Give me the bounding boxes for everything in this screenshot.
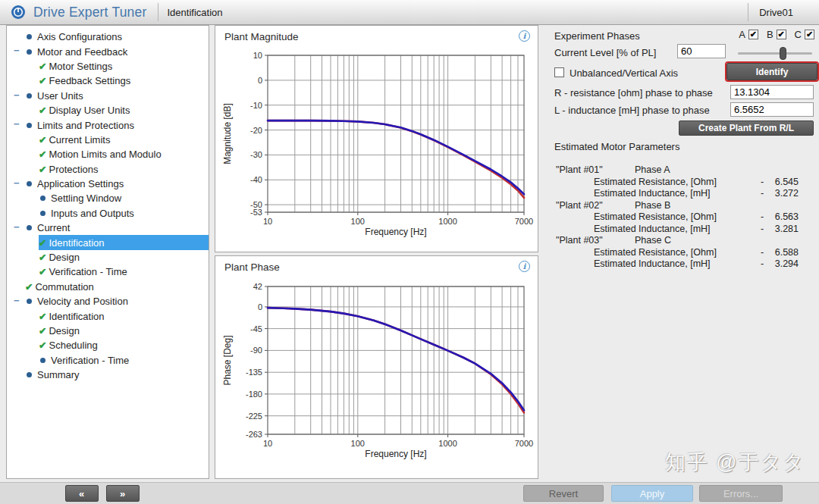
sidebar-item-motor-and-feedback[interactable]: −Motor and Feedback (7, 44, 209, 58)
svg-text:-180: -180 (246, 390, 262, 399)
current-level-label: Current Level [% of PL] (554, 47, 656, 58)
resistance-input[interactable] (730, 85, 814, 99)
sidebar-item-label: User Units (37, 90, 83, 102)
collapse-icon[interactable]: − (14, 177, 20, 189)
sidebar-item-identification[interactable]: ✔Identification (7, 235, 209, 249)
unbalanced-label: Unbalanced/Vertical Axis (570, 67, 678, 79)
sidebar-item-label: Application Settings (37, 178, 124, 189)
sidebar-item-limits-and-protections[interactable]: −Limits and Protections (7, 117, 209, 132)
sidebar-item-scheduling[interactable]: ✔Scheduling (7, 338, 209, 352)
bullet-icon (27, 225, 32, 230)
sidebar-item-label: Identification (49, 237, 104, 249)
check-icon: ✔ (39, 311, 46, 322)
bullet-icon (27, 49, 32, 55)
inductance-input[interactable] (730, 102, 814, 117)
phase-b-checkbox[interactable]: ✔ (777, 30, 786, 39)
phase-chart: 420-45-90-135-180-225-2631010010007000Fr… (215, 276, 538, 478)
sidebar-item-protections[interactable]: ✔Protections (7, 162, 209, 177)
sidebar-item-feedback-settings[interactable]: ✔Feedback Settings (7, 74, 209, 88)
sidebar-item-settling-window[interactable]: Settling Window (7, 191, 209, 205)
sidebar-item-design[interactable]: ✔Design (7, 324, 209, 338)
svg-text:42: 42 (253, 282, 262, 291)
param-dash: - (756, 188, 768, 200)
phase-c-checkbox[interactable]: ✔ (805, 30, 814, 39)
collapse-icon[interactable]: − (14, 118, 20, 130)
sidebar-item-label: Feedback Settings (49, 75, 130, 86)
revert-button[interactable]: Revert (523, 485, 604, 502)
param-value: 3.272 (768, 188, 799, 200)
bullet-icon (40, 358, 46, 363)
bullet-icon (27, 372, 32, 377)
svg-text:-225: -225 (246, 412, 262, 421)
bullet-icon (27, 123, 32, 128)
sidebar-item-motor-settings[interactable]: ✔Motor Settings (7, 59, 209, 74)
titlebar-separator (748, 3, 748, 21)
svg-text:-90: -90 (250, 346, 262, 355)
check-icon: ✔ (39, 164, 46, 175)
slider-track[interactable] (738, 52, 812, 55)
sidebar-item-commutation[interactable]: ✔Commutation (7, 280, 209, 294)
tab-identification[interactable]: Identification (168, 7, 223, 18)
collapse-icon[interactable]: − (14, 45, 20, 56)
unbalanced-checkbox[interactable] (554, 67, 564, 77)
watermark: 知乎 @于タタ (665, 449, 805, 476)
plant-name: "Plant #03" (556, 235, 635, 247)
collapse-icon[interactable]: − (14, 221, 20, 233)
collapse-icon[interactable]: − (14, 89, 20, 101)
identify-button[interactable]: Identify (726, 63, 817, 80)
current-level-input[interactable] (677, 44, 726, 58)
errors-button[interactable]: Errors... (699, 485, 783, 502)
param-dash: - (756, 258, 768, 271)
apply-button[interactable]: Apply (611, 485, 693, 502)
sidebar-item-design[interactable]: ✔Design (7, 250, 209, 265)
inductance-label: L - inductance [mH] phase to phase (554, 105, 710, 116)
sidebar-item-current[interactable]: −Current (7, 221, 209, 235)
sidebar-item-current-limits[interactable]: ✔Current Limits (7, 133, 209, 147)
sidebar-item-inputs-and-outputs[interactable]: Inputs and Outputs (7, 206, 209, 221)
phase-label: C (795, 29, 802, 40)
sidebar-item-axis-configurations[interactable]: Axis Configurations (7, 30, 209, 44)
sidebar-item-label: Current Limits (49, 134, 110, 146)
sidebar-item-user-units[interactable]: −User Units (7, 89, 209, 103)
param-row: Estimated Resistance, [Ohm]-6.545 (594, 177, 819, 189)
experiment-panel: Experiment Phases A✔B✔C✔ Current Level [… (544, 25, 819, 479)
sidebar-item-motion-limits-and-modulo[interactable]: ✔Motion Limits and Modulo (7, 147, 209, 161)
info-icon[interactable]: i (519, 30, 530, 42)
phase-a-checkbox[interactable]: ✔ (748, 30, 758, 39)
svg-text:-45: -45 (250, 324, 262, 333)
sidebar-item-label: Current (37, 222, 70, 233)
sidebar-item-summary[interactable]: Summary (7, 368, 209, 382)
create-plant-button[interactable]: Create Plant From R/L (679, 121, 814, 136)
param-dash: - (756, 211, 768, 224)
collapse-icon[interactable]: − (14, 295, 20, 306)
svg-text:1000: 1000 (438, 217, 457, 226)
check-icon: ✔ (39, 105, 46, 116)
param-row: Estimated Resistance, [Ohm]-6.563 (594, 211, 819, 224)
phase-item-a: A✔ (739, 29, 758, 40)
sidebar-item-identification[interactable]: ✔Identification (7, 308, 209, 323)
svg-text:7000: 7000 (515, 217, 533, 226)
check-icon: ✔ (39, 61, 46, 72)
sidebar-item-label: Identification (49, 311, 104, 322)
bullet-icon (40, 211, 46, 216)
forward-button[interactable]: » (106, 485, 140, 502)
sidebar-item-velocity-and-position[interactable]: −Velocity and Position (7, 294, 209, 308)
sidebar-item-display-user-units[interactable]: ✔Display User Units (7, 103, 209, 117)
navigation-tree: Axis Configurations−Motor and Feedback✔M… (6, 25, 209, 479)
param-label: Estimated Resistance, [Ohm] (594, 247, 756, 259)
info-icon[interactable]: i (519, 261, 530, 272)
sidebar-item-label: Verification - Time (49, 266, 127, 277)
sidebar-item-label: Limits and Protections (37, 120, 134, 131)
back-button[interactable]: « (65, 485, 99, 502)
sidebar-item-verification-time[interactable]: ✔Verification - Time (7, 265, 209, 279)
sidebar-item-label: Summary (37, 369, 80, 380)
bullet-icon (27, 299, 32, 304)
sidebar-item-verification-time[interactable]: Verification - Time (7, 353, 209, 368)
param-value: 6.545 (768, 177, 799, 189)
sidebar-item-application-settings[interactable]: −Application Settings (7, 177, 209, 191)
phase-item-b: B✔ (767, 29, 786, 40)
titlebar-separator (158, 3, 158, 21)
check-icon: ✔ (39, 252, 46, 263)
current-level-slider[interactable] (738, 46, 812, 60)
slider-thumb[interactable] (780, 47, 786, 60)
